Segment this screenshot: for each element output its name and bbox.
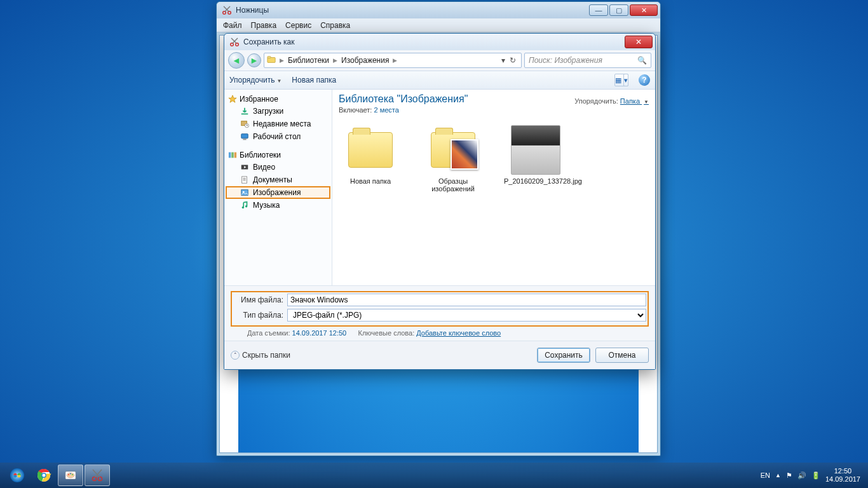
nav-back-button[interactable]: ◄ (228, 52, 245, 69)
svg-point-3 (236, 43, 239, 46)
svg-rect-12 (229, 152, 231, 158)
library-includes: Включает: 2 места (339, 106, 649, 114)
svg-point-28 (68, 474, 69, 475)
chevron-up-icon: ˄ (231, 351, 240, 360)
file-item-sample-pictures[interactable]: Образцы изображений (421, 125, 485, 193)
menu-file[interactable]: Файл (223, 21, 242, 30)
meta-tags-label: Ключевые слова: (358, 329, 415, 337)
nav-row: ◄ ► ▶ Библиотеки ▶ Изображения ▶ ▾ ↻ Пои… (224, 50, 655, 71)
volume-icon[interactable]: 🔊 (797, 471, 806, 480)
minimize-button[interactable]: — (589, 4, 608, 16)
svg-point-20 (242, 207, 245, 209)
filename-input[interactable] (287, 294, 646, 306)
tree-item-downloads[interactable]: Загрузки (226, 105, 330, 118)
view-mode-button[interactable]: ▦▾ (614, 74, 628, 86)
tree-item-pictures[interactable]: Изображения (226, 186, 330, 199)
tree-item-videos[interactable]: Видео (226, 161, 330, 173)
filetype-label: Тип файла: (233, 311, 287, 320)
action-center-icon[interactable]: ⚑ (786, 471, 792, 480)
help-icon[interactable]: ? (639, 74, 650, 86)
snip-title: Ножницы (236, 6, 269, 15)
tree-item-music[interactable]: Музыка (226, 199, 330, 212)
address-bar[interactable]: ▶ Библиотеки ▶ Изображения ▶ ▾ ↻ (264, 53, 522, 68)
svg-point-21 (245, 205, 248, 208)
chevron-right-icon: ▶ (333, 57, 337, 64)
menu-help[interactable]: Справка (320, 21, 350, 30)
chevron-right-icon: ▶ (393, 57, 397, 64)
start-button[interactable] (4, 464, 30, 486)
menu-tools[interactable]: Сервис (285, 21, 311, 30)
includes-link[interactable]: 2 места (374, 106, 398, 114)
photo-thumbnail (511, 125, 560, 175)
organize-button[interactable]: Упорядочить▼ (229, 76, 281, 85)
filename-label: Имя файла: (233, 295, 287, 304)
system-tray: EN ▲ ⚑ 🔊 🔋 12:50 14.09.2017 (761, 467, 864, 484)
scissors-icon (222, 5, 232, 15)
address-dropdown[interactable]: ▾ ↻ (499, 56, 519, 65)
scissors-icon (229, 37, 240, 47)
taskbar-clock[interactable]: 12:50 14.09.2017 (825, 467, 860, 484)
taskbar-chrome[interactable] (31, 464, 57, 486)
taskbar-paint[interactable] (58, 464, 83, 486)
svg-rect-14 (234, 152, 237, 158)
file-list-pane: Библиотека "Изображения" Включает: 2 мес… (332, 90, 655, 285)
snip-titlebar[interactable]: Ножницы — ▢ ✕ (217, 2, 660, 18)
tray-up-icon[interactable]: ▲ (775, 472, 781, 478)
save-as-dialog: Сохранить как ✕ ◄ ► ▶ Библиотеки ▶ Изобр… (224, 33, 656, 370)
dialog-title: Сохранить как (243, 37, 294, 46)
save-button[interactable]: Сохранить (537, 348, 590, 363)
svg-point-30 (72, 474, 73, 475)
file-item-photo[interactable]: P_20160209_133728.jpg (504, 125, 567, 185)
svg-point-22 (10, 468, 24, 482)
tree-item-desktop[interactable]: Рабочий стол (226, 130, 330, 143)
dialog-titlebar[interactable]: Сохранить как ✕ (224, 34, 655, 50)
battery-icon[interactable]: 🔋 (811, 471, 820, 480)
filetype-select[interactable]: JPEG-файл (*.JPG) (287, 309, 646, 322)
svg-point-29 (70, 473, 71, 475)
breadcrumb-root[interactable]: Библиотеки (288, 56, 329, 65)
hide-folders-toggle[interactable]: ˄ Скрыть папки (231, 351, 290, 360)
new-folder-button[interactable]: Новая папка (292, 76, 336, 85)
file-save-fields: Имя файла: Тип файла: JPEG-файл (*.JPG) … (224, 285, 655, 341)
taskbar-snipping[interactable] (85, 464, 110, 486)
svg-rect-11 (243, 139, 246, 140)
svg-rect-7 (241, 114, 248, 115)
svg-point-2 (231, 43, 234, 46)
svg-rect-13 (231, 152, 234, 158)
nav-forward-button[interactable]: ► (247, 53, 261, 67)
svg-point-25 (43, 474, 46, 477)
nav-tree: Избранное Загрузки Недавние места Рабочи… (224, 90, 332, 285)
svg-rect-18 (241, 190, 248, 196)
meta-date-label: Дата съемки: (247, 329, 290, 337)
svg-rect-10 (241, 134, 248, 139)
dialog-toolbar: Упорядочить▼ Новая папка ▦▾ ? (224, 71, 655, 90)
sort-control[interactable]: Упорядочить: Папка ▼ (574, 97, 649, 105)
tree-libraries-header[interactable]: Библиотеки (226, 149, 330, 161)
snip-menubar: Файл Правка Сервис Справка (217, 18, 660, 32)
svg-rect-17 (242, 177, 247, 184)
dialog-close-button[interactable]: ✕ (625, 36, 653, 48)
taskbar: EN ▲ ⚑ 🔊 🔋 12:50 14.09.2017 (0, 463, 868, 488)
tree-item-documents[interactable]: Документы (226, 173, 330, 186)
search-placeholder: Поиск: Изображения (529, 56, 602, 65)
svg-point-0 (223, 11, 226, 15)
chevron-right-icon: ▶ (280, 57, 284, 64)
svg-point-32 (98, 477, 102, 481)
meta-tags-link[interactable]: Добавьте ключевое слово (416, 329, 501, 337)
meta-date-value: 14.09.2017 12:50 (292, 329, 347, 337)
svg-point-31 (93, 477, 97, 481)
close-button[interactable]: ✕ (630, 4, 658, 16)
file-item-folder[interactable]: Новая папка (339, 125, 402, 185)
menu-edit[interactable]: Правка (251, 21, 277, 30)
tree-item-recent[interactable]: Недавние места (226, 118, 330, 130)
search-input[interactable]: Поиск: Изображения 🔍 (524, 53, 651, 68)
cancel-button[interactable]: Отмена (595, 348, 649, 363)
breadcrumb-folder[interactable]: Изображения (341, 56, 389, 65)
language-indicator[interactable]: EN (761, 471, 770, 479)
file-item-label: P_20160209_133728.jpg (504, 177, 567, 185)
search-icon: 🔍 (637, 56, 647, 65)
svg-marker-6 (229, 95, 236, 102)
folder-icon (267, 55, 276, 66)
tree-favorites-header[interactable]: Избранное (226, 93, 330, 105)
maximize-button[interactable]: ▢ (609, 4, 628, 16)
